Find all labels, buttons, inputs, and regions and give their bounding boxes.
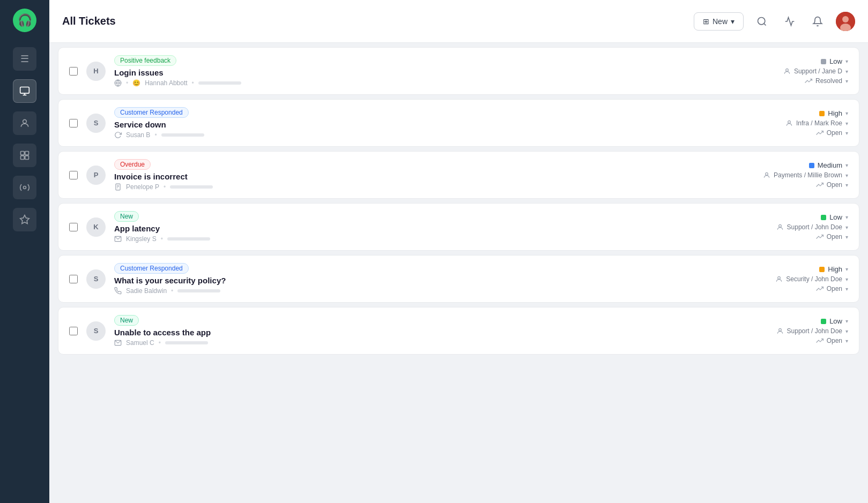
priority-dot: [821, 215, 826, 220]
ticket-checkbox[interactable]: [69, 67, 78, 76]
dot-separator: •: [171, 287, 173, 295]
ticket-checkbox[interactable]: [69, 327, 78, 335]
chevron-down-icon: ▾: [845, 286, 848, 292]
priority-dot: [819, 267, 825, 272]
ticket-avatar: P: [86, 166, 106, 185]
chevron-down-icon: ▾: [845, 276, 848, 282]
ticket-avatar: S: [86, 269, 106, 289]
dot-separator: •: [154, 131, 157, 139]
ticket-meta: • 😊 Hannah Abbott •: [114, 79, 732, 87]
ticket-list: H Positive feedback Login issues • 😊 Han…: [49, 43, 868, 503]
priority-dot: [819, 111, 825, 116]
assignee-badge[interactable]: Payments / Millie Brown ▾: [763, 171, 848, 179]
svg-point-24: [778, 276, 781, 279]
chevron-down-icon: ▾: [845, 69, 848, 74]
ticket-row[interactable]: H Positive feedback Login issues • 😊 Han…: [58, 47, 859, 95]
svg-point-23: [778, 224, 781, 227]
ticket-right: High ▾ Security / John Doe ▾ Open ▾: [741, 265, 848, 292]
page-title: All Tickets: [62, 15, 116, 27]
assignee-badge[interactable]: Infra / Mark Roe ▾: [785, 119, 848, 127]
status-label: Open: [827, 233, 842, 241]
ticket-row[interactable]: K New App latency Kingsley S • Low ▾ Sup…: [58, 203, 859, 251]
new-button[interactable]: ⊞ New ▾: [694, 12, 744, 31]
ticket-row[interactable]: S New Unable to access the app Samuel C …: [58, 307, 859, 355]
ticket-right: Medium ▾ Payments / Millie Brown ▾ Open …: [741, 161, 848, 189]
ticket-checkbox[interactable]: [69, 275, 78, 283]
search-button[interactable]: [752, 12, 771, 31]
status-badge[interactable]: Open ▾: [816, 129, 848, 137]
ticket-checkbox[interactable]: [69, 171, 78, 179]
svg-point-9: [758, 17, 765, 24]
sidebar-item-3[interactable]: [13, 111, 36, 135]
svg-rect-7: [25, 156, 29, 160]
ticket-assignee-name: Susan B: [126, 131, 150, 139]
ticket-icon: [114, 235, 122, 243]
ticket-checkbox[interactable]: [69, 223, 78, 231]
priority-badge[interactable]: Low ▾: [821, 317, 848, 325]
team-label: Support / John Doe: [787, 327, 842, 335]
ticket-assignee-name: Penelope P: [126, 183, 159, 191]
sidebar-item-4[interactable]: [13, 144, 36, 167]
chevron-down-icon: ▾: [845, 328, 848, 334]
progress-bar: [198, 81, 241, 85]
ticket-right: Low ▾ Support / John Doe ▾ Open ▾: [741, 317, 848, 344]
new-icon: ⊞: [703, 17, 709, 26]
ticket-tag: Customer Responded: [114, 107, 189, 118]
assignee-badge[interactable]: Support / Jane D ▾: [783, 67, 848, 75]
ticket-content: Positive feedback Login issues • 😊 Hanna…: [114, 55, 732, 87]
ticket-tag: New: [114, 211, 139, 222]
assignee-badge[interactable]: Security / John Doe ▾: [775, 275, 848, 283]
priority-badge[interactable]: High ▾: [819, 265, 848, 273]
progress-bar: [161, 133, 204, 137]
priority-badge[interactable]: Medium ▾: [809, 161, 848, 169]
team-label: Support / John Doe: [787, 223, 842, 231]
team-label: Security / John Doe: [786, 275, 842, 283]
sidebar-item-tickets[interactable]: [13, 79, 36, 103]
svg-rect-4: [21, 152, 25, 155]
priority-label: Low: [829, 213, 842, 221]
notification-bell[interactable]: [808, 12, 827, 31]
assignee-badge[interactable]: Support / John Doe ▾: [776, 223, 848, 231]
ticket-meta: Penelope P •: [114, 183, 732, 191]
status-label: Open: [827, 181, 842, 189]
ticket-content: Overdue Invoice is incorrect Penelope P …: [114, 159, 732, 191]
priority-badge[interactable]: High ▾: [819, 109, 848, 117]
priority-badge[interactable]: Low ▾: [821, 213, 848, 221]
ticket-row[interactable]: S Customer Responded Service down Susan …: [58, 99, 859, 147]
priority-badge[interactable]: Low ▾: [821, 57, 848, 65]
ticket-row[interactable]: P Overdue Invoice is incorrect Penelope …: [58, 151, 859, 199]
ticket-checkbox[interactable]: [69, 119, 78, 127]
ticket-content: Customer Responded What is your security…: [114, 263, 732, 295]
chevron-down-icon: ▾: [845, 78, 848, 84]
status-badge[interactable]: Resolved ▾: [805, 77, 848, 85]
svg-point-26: [778, 328, 781, 331]
sidebar-item-6[interactable]: [13, 208, 36, 231]
sidebar-item-5[interactable]: [13, 176, 36, 199]
ticket-title: App latency: [114, 224, 732, 233]
ticket-row[interactable]: S Customer Responded What is your securi…: [58, 255, 859, 303]
svg-rect-6: [21, 156, 25, 160]
announcement-button[interactable]: [780, 12, 799, 31]
ticket-title: Unable to access the app: [114, 328, 732, 337]
svg-rect-0: [20, 87, 29, 94]
ticket-icon: [114, 131, 122, 139]
status-badge[interactable]: Open ▾: [816, 181, 848, 189]
ticket-avatar: S: [86, 321, 106, 341]
status-badge[interactable]: Open ▾: [816, 285, 848, 292]
status-badge[interactable]: Open ▾: [816, 233, 848, 241]
ticket-icon: [114, 339, 122, 347]
status-badge[interactable]: Open ▾: [816, 337, 848, 344]
status-label: Resolved: [815, 77, 842, 85]
chevron-down-icon: ▾: [845, 110, 848, 116]
team-label: Infra / Mark Roe: [796, 119, 842, 127]
header: All Tickets ⊞ New ▾: [49, 0, 868, 43]
ticket-tag: Customer Responded: [114, 263, 189, 274]
assignee-badge[interactable]: Support / John Doe ▾: [776, 327, 848, 335]
svg-point-16: [788, 121, 791, 123]
sidebar-item-1[interactable]: ☰: [13, 47, 36, 71]
app-logo[interactable]: 🎧: [13, 9, 36, 32]
chevron-down-icon: ▾: [845, 182, 848, 188]
ticket-avatar: S: [86, 114, 106, 133]
user-avatar[interactable]: [836, 12, 855, 31]
chevron-down-icon: ▾: [845, 234, 848, 240]
